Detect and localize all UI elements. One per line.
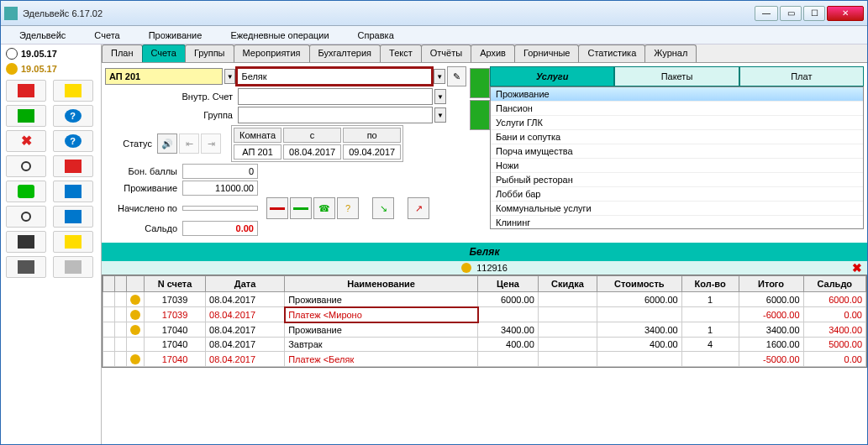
tab-stats[interactable]: Статистика	[578, 44, 645, 62]
svc-item[interactable]: Проживание	[491, 87, 863, 102]
tool-phone-help[interactable]: ?	[53, 105, 93, 127]
svc-item[interactable]: Порча имущества	[491, 144, 863, 159]
balance-label: Сальдо	[105, 223, 181, 233]
restore-button[interactable]: ▭	[780, 6, 802, 21]
table-row[interactable]: 1703908.04.2017Проживание6000.006000.001…	[103, 292, 866, 307]
guest-dd[interactable]: ▼	[434, 69, 445, 84]
status-icon[interactable]: 🔊	[157, 134, 177, 154]
side-btn-1[interactable]	[470, 68, 490, 98]
tab-maids[interactable]: Горничные	[514, 44, 580, 62]
btn-bar-red[interactable]	[266, 197, 288, 219]
account-id-bar: 112916 ✖	[102, 261, 867, 275]
table-row[interactable]: 1704008.04.2017Завтрак400.00400.0041600.…	[103, 338, 866, 352]
svc-item[interactable]: Клининг	[491, 216, 863, 229]
inner-account-field[interactable]	[238, 88, 433, 105]
guest-name-field[interactable]: Беляк	[237, 68, 432, 85]
tab-plan[interactable]: План	[102, 44, 143, 62]
tab-journal[interactable]: Журнал	[644, 44, 697, 62]
btn-phone-in[interactable]: ↘	[372, 197, 394, 219]
close-button[interactable]: ✕	[827, 6, 864, 21]
menu-edelweiss[interactable]: Эдельвейс	[6, 29, 79, 42]
svc-tab-payments[interactable]: Плат	[739, 66, 864, 86]
tool-export[interactable]	[53, 256, 93, 278]
bonus-label: Бон. баллы	[105, 166, 181, 176]
clock-date: 19.05.17	[3, 46, 99, 61]
nav-next[interactable]: ⇥	[201, 134, 221, 154]
tab-accounting[interactable]: Бухгалтерия	[309, 44, 381, 62]
menu-stay[interactable]: Проживание	[135, 29, 216, 42]
menu-help[interactable]: Справка	[345, 29, 408, 42]
maximize-button[interactable]: ☐	[803, 6, 825, 21]
nav-prev[interactable]: ⇤	[179, 134, 199, 154]
service-list[interactable]: Проживание Пансион Услуги ГЛК Бани и соп…	[490, 86, 864, 229]
group-dd[interactable]: ▼	[434, 107, 446, 123]
status-label: Статус	[105, 139, 155, 149]
btn-phone-help[interactable]: ?	[337, 197, 359, 219]
tool-swap[interactable]	[53, 206, 93, 228]
coin-icon	[461, 263, 471, 273]
menu-accounts[interactable]: Счета	[81, 29, 133, 42]
table-row[interactable]: 1703908.04.2017Платеж <Мироно-6000.000.0…	[103, 307, 866, 322]
svc-item[interactable]: Коммунальные услуги	[491, 202, 863, 216]
svc-item[interactable]: Бани и сопутка	[491, 130, 863, 144]
group-label: Группа	[105, 110, 236, 120]
inner-account-dd[interactable]: ▼	[434, 89, 446, 104]
service-tabs: Услуги Пакеты Плат	[490, 66, 864, 86]
tab-text[interactable]: Текст	[380, 44, 422, 62]
svc-item[interactable]: Услуги ГЛК	[491, 116, 863, 130]
tab-groups[interactable]: Группы	[185, 44, 234, 62]
tab-accounts[interactable]: Счета	[142, 44, 186, 62]
svc-item[interactable]: Пансион	[491, 102, 863, 116]
table-row[interactable]: 1704008.04.2017Проживание3400.003400.001…	[103, 322, 866, 338]
stay-dates-table: Комнатаспо АП 20108.04.201709.04.2017	[231, 125, 403, 162]
tool-calc[interactable]	[6, 256, 46, 278]
tool-preview[interactable]	[6, 206, 46, 228]
tool-delete[interactable]: ✖	[6, 130, 46, 152]
btn-bar-green[interactable]	[290, 197, 312, 219]
tool-card-red[interactable]	[6, 80, 46, 102]
tool-add[interactable]	[6, 181, 46, 202]
clock-icon	[6, 48, 18, 60]
tab-archive[interactable]: Архив	[471, 44, 515, 62]
tool-payment[interactable]	[53, 231, 93, 253]
svc-item[interactable]: Лобби бар	[491, 187, 863, 202]
window-title: Эдельвейс 6.17.02	[23, 8, 755, 18]
accrued-label: Начислено по	[105, 203, 181, 213]
stay-value: 11000.00	[182, 181, 258, 196]
side-btn-2[interactable]	[470, 100, 490, 130]
left-toolbar: 19.05.17 19.05.17 ? ✖ ?	[1, 44, 102, 444]
tool-print[interactable]	[6, 231, 46, 253]
menu-daily[interactable]: Ежедневные операции	[217, 29, 342, 42]
tool-card-yellow[interactable]	[53, 80, 93, 102]
tool-help[interactable]: ?	[53, 130, 93, 152]
room-combo-dd[interactable]: ▼	[224, 69, 235, 84]
app-icon	[4, 7, 18, 20]
tab-events[interactable]: Мероприятия	[234, 44, 310, 62]
guest-header-bar: Беляк	[102, 243, 867, 261]
svc-tab-packages[interactable]: Пакеты	[614, 66, 739, 86]
main-tabs: План Счета Группы Мероприятия Бухгалтери…	[102, 44, 867, 63]
tool-phone-green[interactable]	[6, 105, 46, 127]
minimize-button[interactable]: —	[755, 6, 778, 21]
btn-phone-green[interactable]: ☎	[313, 197, 335, 219]
tool-search[interactable]	[6, 155, 46, 177]
svc-item[interactable]: Рыбный ресторан	[491, 173, 863, 187]
tool-refresh[interactable]	[53, 181, 93, 202]
btn-phone-out[interactable]: ↗	[408, 197, 429, 219]
transactions-grid[interactable]: N счета Дата Наименование Цена Скидка Ст…	[102, 275, 867, 368]
bonus-value: 0	[182, 164, 258, 179]
menubar: Эдельвейс Счета Проживание Ежедневные оп…	[1, 26, 867, 44]
room-combo[interactable]: АП 201	[105, 68, 223, 85]
accrued-value	[182, 206, 258, 211]
inner-account-label: Внутр. Счет	[105, 92, 236, 102]
coin-icon	[6, 63, 18, 75]
tool-phone-red[interactable]	[53, 155, 93, 177]
group-field[interactable]	[238, 107, 433, 123]
table-row[interactable]: 1704008.04.2017Платеж <Беляк-5000.000.00	[103, 352, 866, 367]
edit-guest-button[interactable]: ✎	[447, 66, 466, 86]
app-window: Эдельвейс 6.17.02 — ▭ ☐ ✕ Эдельвейс Счет…	[0, 0, 868, 445]
tab-reports[interactable]: Отчёты	[421, 44, 471, 62]
svc-item[interactable]: Ножи	[491, 159, 863, 173]
svc-tab-services[interactable]: Услуги	[490, 66, 614, 86]
close-section-button[interactable]: ✖	[852, 261, 862, 275]
